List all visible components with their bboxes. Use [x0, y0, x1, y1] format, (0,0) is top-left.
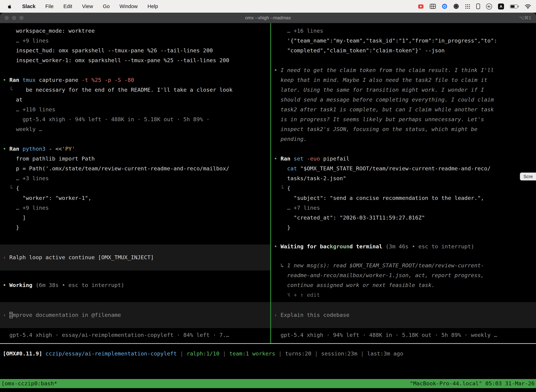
- tmux-host-clock: "MacBook-Pro-44.local" 05:03 31-Mar-26: [410, 380, 535, 387]
- terminal-line: … +3 lines: [0, 173, 270, 183]
- terminal-line: gpt-5.4 xhigh · essay/ai-reimplementatio…: [0, 330, 270, 340]
- terminal-line: should send a message before completing …: [271, 95, 536, 105]
- apps-grid-icon[interactable]: [465, 4, 470, 9]
- traffic-lights: [5, 16, 24, 20]
- spacer: [0, 290, 270, 302]
- terminal-line: • Ran python3 - <<'PY': [0, 144, 270, 154]
- blue-app-icon[interactable]: [442, 4, 447, 9]
- terminal-line: gpt-5.4 xhigh · 94% left · 488K in · 5.1…: [0, 115, 270, 124]
- menu-edit[interactable]: Edit: [63, 4, 72, 9]
- terminal-line: › Ralph loop active continue [OMX_TMUX_I…: [0, 252, 270, 262]
- input-source-icon[interactable]: A: [498, 3, 504, 9]
- terminal-line: … +9 lines: [0, 203, 270, 213]
- terminal-line: inspect_hud: omx sparkshell --tmux-pane …: [0, 46, 270, 56]
- menu-window[interactable]: Window: [120, 4, 138, 9]
- terminal-line: [0, 134, 270, 144]
- terminal-window: omx --xhigh --madmax ⌥⌘1 workspace_mode:…: [0, 13, 536, 392]
- terminal-line: task2 after task1 is complete, but can I…: [271, 105, 536, 115]
- tmux-status-bar: [omx-cczip0:bash* "MacBook-Pro-44.local"…: [0, 379, 536, 388]
- terminal-line: readme-and-reco/mailbox/worker-1.json, a…: [271, 271, 536, 280]
- terminal-line: "subject": "send a concise recommendatio…: [271, 193, 536, 203]
- terminal-line: weekly …: [0, 124, 270, 134]
- terminal-line: └ be necessary for the end of the README…: [0, 85, 270, 95]
- battery-gauge-value: 61: [488, 5, 491, 8]
- screen: Slack File Edit View Go Window Help: [0, 0, 536, 392]
- table-grid-icon[interactable]: [430, 4, 436, 9]
- battery-icon[interactable]: [510, 5, 519, 8]
- ralph-inject-band[interactable]: › Ralph loop active continue [OMX_TMUX_I…: [0, 244, 270, 271]
- terminal-line: … +9 lines: [0, 36, 270, 46]
- menu-app-name[interactable]: Slack: [22, 4, 36, 9]
- terminal-line: ⌥ + ↑ edit: [271, 290, 536, 300]
- spacer: [271, 233, 536, 242]
- dark-app-icon[interactable]: [453, 4, 459, 9]
- terminal-line: }: [0, 223, 270, 233]
- terminal-line: p = Path('.omx/state/team/review-current…: [0, 164, 270, 173]
- terminal-line: … +7 lines: [271, 203, 536, 213]
- terminal-line: keep that in mind. Maybe I also need the…: [271, 75, 536, 85]
- terminal-line: … +16 lines: [271, 26, 536, 36]
- terminal-line: }: [271, 223, 536, 233]
- screen-record-icon[interactable]: [418, 4, 424, 9]
- spacer: [271, 252, 536, 261]
- tmux-session-window[interactable]: [omx-cczip0:bash*: [1, 380, 57, 387]
- composer-input[interactable]: › Improve documentation in @filename: [0, 302, 270, 328]
- terminal-line: [OMX#0.11.9] cczip/essay/ai-reimplementa…: [0, 349, 536, 359]
- terminal-line: pending.: [271, 134, 536, 144]
- terminal-line: inspect task2's JSON, focusing on the st…: [271, 124, 536, 134]
- spacer: [271, 300, 536, 302]
- minimize-button[interactable]: [12, 16, 16, 20]
- zoom-button[interactable]: [19, 16, 24, 20]
- suggestion-band[interactable]: › Explain this codebase: [271, 302, 536, 328]
- terminal-line: is in progress? It seems likely but perh…: [271, 115, 536, 124]
- terminal-line: later. Using the same for transition mig…: [271, 85, 536, 95]
- terminal-line: at: [0, 95, 270, 105]
- terminal-line: inspect_worker-1: omx sparkshell --tmux-…: [0, 56, 270, 65]
- spacer: [0, 233, 270, 244]
- terminal-line: "completed","claim_token":"claim-token"}…: [271, 46, 536, 56]
- terminal-line: continue assigned work or next feasible …: [271, 280, 536, 290]
- terminal-line: • Ran set -euo pipefail: [271, 154, 536, 164]
- menu-file[interactable]: File: [45, 4, 54, 9]
- terminal-line: • Working (6m 38s • esc to interrupt): [0, 280, 270, 290]
- terminal-line: tasks/task-2.json": [271, 173, 536, 183]
- spacer: [271, 328, 536, 330]
- terminal-line: "created_at": "2026-03-31T11:59:27.816Z": [271, 213, 536, 223]
- wifi-icon[interactable]: [525, 4, 531, 9]
- menu-view[interactable]: View: [82, 4, 93, 9]
- terminal-line: • Waiting for background terminal (3m 46…: [271, 242, 536, 252]
- input-source-letter: A: [500, 4, 502, 9]
- terminal-line: cat "$OMX_TEAM_STATE_ROOT/team/review-cu…: [271, 164, 536, 173]
- spacer: [0, 271, 270, 280]
- terminal-line: • I need to get the claim token from the…: [271, 65, 536, 75]
- terminal-line: "worker": "worker-1",: [0, 193, 270, 203]
- terminal-line: └ {: [0, 183, 270, 193]
- menu-left: Slack File Edit View Go Window Help: [7, 3, 158, 9]
- terminal-line: … +110 lines: [0, 105, 270, 115]
- menu-status-icons: 61 A: [418, 3, 531, 9]
- window-titlebar[interactable]: omx --xhigh --madmax ⌥⌘1: [0, 13, 536, 23]
- terminal-line: gpt-5.4 xhigh · 94% left · 488K in · 5.1…: [271, 330, 536, 340]
- terminal-line: '{"team_name":"my-team","task_id":"1","f…: [271, 36, 536, 46]
- terminal-line: ]: [0, 213, 270, 223]
- battery-gauge-icon[interactable]: 61: [486, 3, 492, 9]
- close-button[interactable]: [5, 16, 9, 20]
- apple-menu-icon[interactable]: [7, 3, 12, 9]
- terminal-line: • Ran tmux capture-pane -t %25 -p -S -80: [0, 75, 270, 85]
- terminal-line: [271, 56, 536, 65]
- terminal-content: workspace_mode: worktree … +9 lines insp…: [0, 23, 536, 392]
- terminal-line: workspace_mode: worktree: [0, 26, 270, 36]
- menu-bar: Slack File Edit View Go Window Help: [0, 0, 536, 13]
- device-pill-icon[interactable]: [476, 4, 480, 9]
- tmux-pane-left[interactable]: workspace_mode: worktree … +9 lines insp…: [0, 23, 270, 343]
- menu-help[interactable]: Help: [148, 4, 158, 9]
- menu-go[interactable]: Go: [103, 4, 110, 9]
- terminal-line: › Improve documentation in @filename: [0, 310, 270, 320]
- terminal-line: from pathlib import Path: [0, 154, 270, 164]
- screen-overlay-chip[interactable]: Scre: [520, 173, 536, 181]
- tmux-pane-right[interactable]: … +16 lines '{"team_name":"my-team","tas…: [271, 23, 536, 343]
- terminal-line: └ {: [271, 183, 536, 193]
- window-shortcut-hint: ⌥⌘1: [519, 15, 531, 20]
- window-title: omx --xhigh --madmax: [0, 15, 536, 20]
- spacer: [0, 328, 270, 330]
